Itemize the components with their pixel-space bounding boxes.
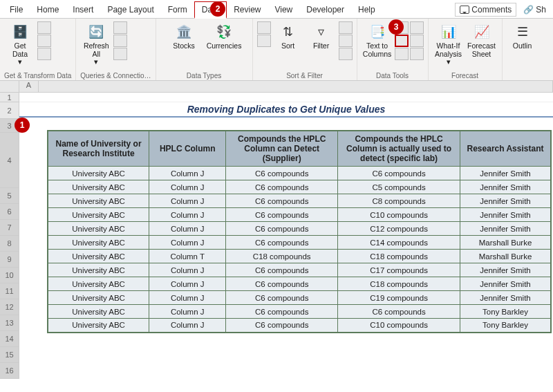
table-cell[interactable]: Marshall Burke (460, 236, 551, 250)
tab-formulas[interactable]: Form (161, 2, 194, 17)
table-cell[interactable]: C12 compounds (338, 222, 460, 236)
table-cell[interactable]: University ABC (48, 222, 149, 236)
table-cell[interactable]: University ABC (48, 194, 149, 208)
table-cell[interactable]: Column T (149, 250, 226, 263)
row-header-15[interactable]: 15 (0, 347, 19, 363)
tab-review[interactable]: Review (227, 2, 268, 17)
table-cell[interactable]: Column J (149, 236, 226, 250)
properties-button[interactable] (113, 35, 127, 47)
share-button[interactable]: 🔗 Sh (519, 3, 550, 16)
table-cell[interactable]: C19 compounds (338, 291, 460, 305)
table-cell[interactable]: Column J (149, 263, 226, 277)
from-table-button[interactable] (37, 48, 51, 60)
row-header-11[interactable]: 11 (0, 283, 19, 299)
table-cell[interactable]: Column J (149, 208, 226, 222)
filter-button[interactable]: ▿ Filter (306, 21, 337, 52)
table-cell[interactable]: C10 compounds (338, 319, 460, 333)
table-cell[interactable]: Column J (149, 222, 226, 236)
relationships-button[interactable] (410, 35, 424, 47)
table-cell[interactable]: C6 compounds (226, 263, 338, 277)
row-header-5[interactable]: 5 (0, 188, 19, 204)
table-cell[interactable]: C18 compounds (338, 277, 460, 291)
row-header-9[interactable]: 9 (0, 252, 19, 268)
tab-home[interactable]: Home (30, 2, 66, 17)
row-header-8[interactable]: 8 (0, 236, 19, 252)
get-data-button[interactable]: 🗄️ Get Data ▾ (4, 21, 36, 68)
row-header-10[interactable]: 10 (0, 268, 19, 283)
table-cell[interactable]: Tony Barkley (460, 319, 551, 333)
currencies-button[interactable]: 💱 Currencies (208, 21, 240, 52)
table-cell[interactable]: Column J (149, 291, 226, 305)
from-text-button[interactable] (37, 21, 51, 34)
table-cell[interactable]: Column J (149, 319, 226, 333)
row-header-16[interactable]: 16 (0, 363, 19, 379)
tab-view[interactable]: View (268, 2, 299, 17)
table-cell[interactable]: University ABC (48, 208, 149, 222)
table-cell[interactable]: C14 compounds (338, 236, 460, 250)
queries-button[interactable] (113, 21, 127, 34)
table-cell[interactable]: C6 compounds (226, 194, 338, 208)
table-cell[interactable]: Column J (149, 305, 226, 319)
col-headers-rest[interactable] (39, 81, 553, 92)
table-cell[interactable]: University ABC (48, 277, 149, 291)
remove-duplicates-button[interactable] (395, 35, 409, 47)
table-cell[interactable]: Jennifer Smith (460, 180, 551, 194)
table-cell[interactable]: Column J (149, 167, 226, 180)
data-model-button[interactable] (410, 48, 424, 60)
table-cell[interactable]: University ABC (48, 263, 149, 277)
table-cell[interactable]: University ABC (48, 319, 149, 333)
table-cell[interactable]: Column J (149, 180, 226, 194)
th-research-assistant[interactable]: Research Assistant (460, 131, 551, 167)
table-cell[interactable]: University ABC (48, 250, 149, 263)
table-cell[interactable]: University ABC (48, 236, 149, 250)
refresh-all-button[interactable]: 🔄 Refresh All ▾ (80, 21, 112, 68)
tab-help[interactable]: Help (351, 2, 382, 17)
th-hplc-column[interactable]: HPLC Column (149, 131, 226, 167)
row-header-4[interactable]: 4 (0, 133, 19, 188)
row-header-7[interactable]: 7 (0, 220, 19, 236)
table-cell[interactable]: Jennifer Smith (460, 291, 551, 305)
table-cell[interactable]: C6 compounds (226, 319, 338, 333)
table-cell[interactable]: C6 compounds (226, 305, 338, 319)
table-cell[interactable]: Jennifer Smith (460, 167, 551, 180)
table-cell[interactable]: Jennifer Smith (460, 277, 551, 291)
table-cell[interactable]: University ABC (48, 291, 149, 305)
comments-button[interactable]: Comments (455, 3, 516, 17)
sort-za-button[interactable] (257, 35, 271, 47)
row-header-12[interactable]: 12 (0, 299, 19, 315)
table-cell[interactable]: Jennifer Smith (460, 263, 551, 277)
table-cell[interactable]: C18 compounds (226, 250, 338, 263)
edit-links-button[interactable] (113, 48, 127, 60)
tab-insert[interactable]: Insert (66, 2, 100, 17)
table-cell[interactable]: Column J (149, 277, 226, 291)
row-header-13[interactable]: 13 (0, 315, 19, 331)
table-cell[interactable]: Jennifer Smith (460, 194, 551, 208)
row-header-14[interactable]: 14 (0, 331, 19, 347)
table-cell[interactable]: C6 compounds (226, 180, 338, 194)
table-cell[interactable]: C10 compounds (338, 208, 460, 222)
col-header-a[interactable]: A (19, 81, 39, 92)
table-cell[interactable]: C6 compounds (338, 167, 460, 180)
outline-button[interactable]: ☰ Outlin (507, 21, 538, 52)
table-cell[interactable]: C5 compounds (338, 180, 460, 194)
advanced-filter-button[interactable] (339, 48, 353, 60)
table-cell[interactable]: Tony Barkley (460, 305, 551, 319)
what-if-button[interactable]: 📊 What-If Analysis ▾ (433, 21, 465, 68)
select-all-corner[interactable] (0, 81, 19, 92)
table-cell[interactable]: University ABC (48, 180, 149, 194)
tab-file[interactable]: File (3, 2, 30, 17)
table-cell[interactable]: University ABC (48, 305, 149, 319)
row-header-1[interactable]: 1 (0, 93, 19, 102)
th-university[interactable]: Name of University or Research Institute (48, 131, 149, 167)
table-cell[interactable]: Column J (149, 194, 226, 208)
table-cell[interactable]: C6 compounds (226, 222, 338, 236)
clear-filter-button[interactable] (339, 21, 353, 34)
consolidate-button[interactable] (410, 21, 424, 34)
from-web-button[interactable] (37, 35, 51, 47)
th-compounds-lab[interactable]: Compounds the HPLC Column is actually us… (338, 131, 460, 167)
table-cell[interactable]: University ABC (48, 167, 149, 180)
row-header-2[interactable]: 2 (0, 102, 19, 119)
table-cell[interactable]: C6 compounds (226, 277, 338, 291)
sort-button[interactable]: ⇅ Sort (272, 21, 304, 52)
th-compounds-supplier[interactable]: Compounds the HPLC Column can Detect (Su… (226, 131, 338, 167)
